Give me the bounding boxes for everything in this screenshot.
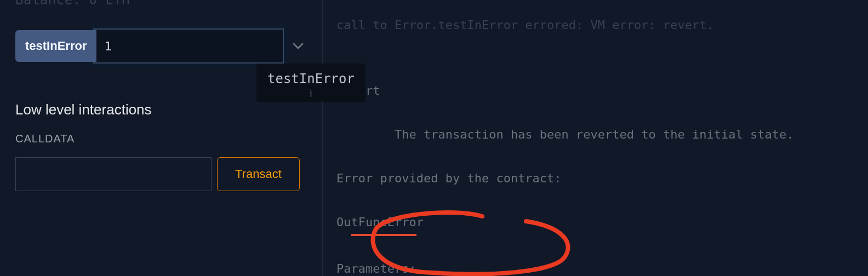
log-panel: call to Error.testInError errored: VM er… (323, 0, 868, 276)
function-tooltip: testInError i (256, 64, 366, 102)
function-call-button[interactable]: testInError (15, 30, 96, 62)
log-line: call to Error.testInError errored: VM er… (336, 14, 868, 36)
log-line: revert (336, 80, 868, 102)
log-line: Parameters: (336, 258, 868, 276)
transact-button[interactable]: Transact (217, 157, 300, 191)
chevron-down-icon[interactable] (293, 43, 304, 49)
log-line: Error provided by the contract: (336, 168, 868, 189)
error-name: tFuncErro (351, 211, 416, 236)
function-row: testInError testInError i (15, 28, 307, 64)
log-line: The transaction has been reverted to the… (336, 124, 868, 146)
calldata-input[interactable] (15, 157, 212, 191)
error-name-line: OutFuncError (336, 211, 868, 236)
function-tooltip-text: testInError (267, 71, 355, 87)
info-icon: i (267, 89, 355, 99)
calldata-label: CALLDATA (15, 133, 307, 145)
low-level-title: Low level interactions (15, 101, 307, 118)
function-arg-input[interactable] (93, 28, 284, 64)
balance-label: Balance: 0 ETH (15, 0, 307, 8)
